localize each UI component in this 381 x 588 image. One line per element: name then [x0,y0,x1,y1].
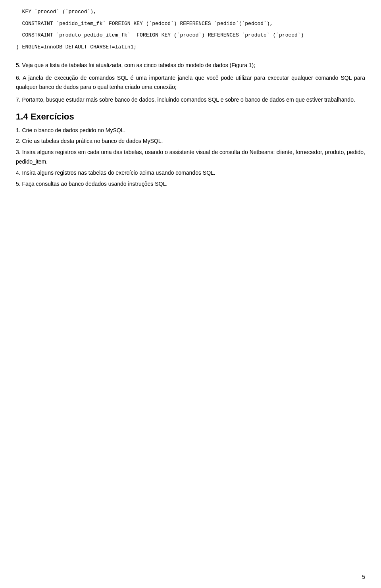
exercise-item-3: 3. Insira alguns registros em cada uma d… [16,148,365,167]
paragraph-6: 6. A janela de execução de comandos SQL … [16,73,365,91]
section-divider [16,55,365,55]
exercise-item-1: 1. Crie o banco de dados pedido no MySQL… [16,126,365,135]
code-block: KEY `procod` (`procod`), [16,8,365,16]
code-block-line3: CONSTRAINT `produto_pedido_item_fk` FORE… [16,31,365,39]
section-heading: 1.4 Exercícios [16,112,365,122]
exercise-list: 1. Crie o banco de dados pedido no MySQL… [16,126,365,189]
paragraph-5: 5. Veja que a lista de tabelas foi atual… [16,61,365,69]
exercise-item-4: 4. Insira alguns registros nas tabelas d… [16,168,365,178]
paragraph-7: 7. Portanto, busque estudar mais sobre b… [16,95,365,104]
code-block-line4: ) ENGINE=InnoDB DEFAULT CHARSET=latin1; [16,43,365,51]
exercise-item-2: 2. Crie as tabelas desta prática no banc… [16,137,365,146]
exercise-item-5: 5. Faça consultas ao banco dedados usand… [16,179,365,189]
page-number: 5 [362,574,365,580]
code-block-line2: CONSTRAINT `pedido_item_fk` FOREIGN KEY … [16,20,365,28]
